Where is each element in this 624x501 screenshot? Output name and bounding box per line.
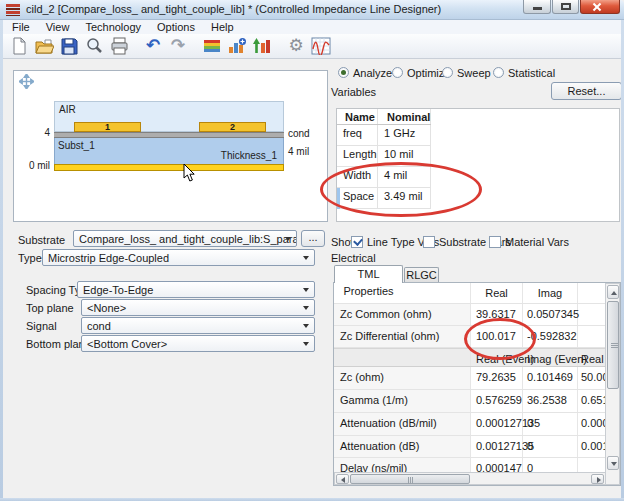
- new-document-icon[interactable]: [8, 36, 30, 56]
- scroll-left-button[interactable]: [336, 474, 349, 484]
- column-header-real-even[interactable]: Real (Even): [471, 349, 523, 366]
- thumb-grip: [408, 477, 413, 484]
- table-row-attenuation-db[interactable]: Attenuation (dB) 0.00127135 0 0.001: [334, 436, 607, 458]
- close-button[interactable]: [580, 0, 620, 14]
- var-nominal[interactable]: 3.49 mil: [378, 188, 431, 208]
- minimize-icon: [533, 7, 542, 10]
- menu-help[interactable]: Help: [204, 20, 241, 34]
- substrate-layer[interactable]: Subst_1 Thickness_1: [54, 138, 284, 164]
- scroll-right-button[interactable]: [591, 474, 604, 484]
- substrate-browse-button[interactable]: ...: [301, 230, 325, 247]
- radio-optimize[interactable]: [392, 67, 403, 78]
- thumb-grip: [611, 343, 618, 348]
- var-name: Width: [337, 167, 378, 187]
- zoom-icon[interactable]: [83, 36, 105, 56]
- simulation-gears-icon[interactable]: ⚙: [285, 36, 307, 56]
- cell-value: 0: [523, 436, 578, 457]
- column-header-imag[interactable]: Imag: [523, 283, 578, 303]
- cell-value: 0.101469: [523, 367, 578, 389]
- radio-analyze[interactable]: [338, 67, 349, 78]
- top-plane-select[interactable]: <None>: [81, 299, 315, 316]
- table-row-width[interactable]: Width 4 mil: [337, 167, 431, 188]
- undo-icon[interactable]: ↶: [142, 36, 164, 56]
- radio-sweep[interactable]: [442, 67, 453, 78]
- signal-select[interactable]: cond: [81, 317, 315, 334]
- save-icon[interactable]: [58, 36, 80, 56]
- cell-value: 36.2538: [523, 390, 578, 412]
- bottom-plane-select[interactable]: <Bottom Cover>: [81, 335, 315, 352]
- cross-section-canvas[interactable]: AIR 1 2 Subst_1 Thickness_1 4 0 mil cond…: [13, 70, 328, 222]
- scroll-down-button[interactable]: [607, 456, 619, 470]
- table-row-length[interactable]: Length 10 mil: [337, 146, 431, 167]
- layer-stack-icon[interactable]: [201, 36, 223, 56]
- cell-value: 0.000127135: [471, 413, 523, 435]
- menu-options[interactable]: Options: [150, 20, 202, 34]
- toolbar-separator: [133, 36, 142, 56]
- tab-tml-properties[interactable]: TML Properties: [334, 265, 403, 283]
- type-select[interactable]: Microstrip Edge-Coupled: [42, 249, 315, 266]
- redo-icon[interactable]: ↷: [167, 36, 189, 56]
- ground-layer[interactable]: [54, 164, 284, 171]
- cell-value: 0.000: [578, 413, 607, 435]
- maximize-button[interactable]: [552, 0, 579, 14]
- substrate-select[interactable]: Compare_loss_ and_tight_couple_lib:S_par…: [73, 230, 297, 247]
- horizontal-scrollbar[interactable]: [334, 472, 606, 485]
- open-folder-icon[interactable]: [33, 36, 55, 56]
- column-header-name[interactable]: Name: [337, 109, 378, 124]
- substrate-value: Compare_loss_ and_tight_couple_lib:S_par…: [79, 233, 297, 245]
- thickness-value-label: 4 mil: [288, 146, 309, 157]
- table-row-attenuation-mil[interactable]: Attenuation (dB/mil) 0.000127135 0 0.000: [334, 413, 607, 436]
- column-header-real-odd[interactable]: Real (: [578, 349, 607, 366]
- checkbox-line-type-vars[interactable]: [351, 236, 363, 248]
- vertical-scrollbar[interactable]: [605, 283, 620, 485]
- var-name: Space: [337, 188, 378, 208]
- table-row-zc[interactable]: Zc (ohm) 79.2635 0.101469 50.00: [334, 367, 607, 390]
- radio-statistical[interactable]: [493, 67, 504, 78]
- row-selection-strip: [337, 188, 340, 209]
- checkbox-material-vars-label[interactable]: Material Vars: [505, 236, 569, 248]
- bar-chart-icon[interactable]: [226, 36, 248, 56]
- scroll-left-icon: [341, 477, 345, 483]
- menu-file[interactable]: File: [5, 20, 37, 34]
- table-row-freq[interactable]: freq 1 GHz: [337, 125, 431, 146]
- table-row-space[interactable]: Space 3.49 mil: [337, 188, 431, 209]
- row-label: Zc Differential (ohm): [334, 326, 471, 347]
- var-nominal[interactable]: 4 mil: [378, 167, 431, 187]
- var-nominal[interactable]: 10 mil: [378, 146, 431, 166]
- vertical-scroll-thumb[interactable]: [607, 301, 619, 389]
- checkbox-substrate-vars[interactable]: [423, 236, 435, 248]
- trace2-label: 2: [230, 122, 235, 132]
- table-row-zc-common[interactable]: Zc Common (ohm) 39.6317 0.0507345: [334, 304, 607, 326]
- horizontal-scroll-thumb[interactable]: [350, 474, 470, 484]
- trace-2[interactable]: 2: [199, 122, 266, 132]
- spacing-type-select[interactable]: Edge-To-Edge: [77, 281, 315, 298]
- column-header-imag-even[interactable]: Imag (Even): [523, 349, 578, 366]
- var-nominal[interactable]: 1 GHz: [378, 125, 431, 145]
- chevron-down-icon: [285, 237, 291, 241]
- column-header-nominal[interactable]: Nominal: [378, 109, 431, 124]
- trace-1[interactable]: 1: [74, 122, 141, 132]
- checkbox-material-vars[interactable]: [489, 236, 501, 248]
- titlebar[interactable]: cild_2 [Compare_loss_ and_tight_couple_l…: [0, 0, 624, 20]
- reset-button[interactable]: Reset...: [551, 82, 622, 100]
- substrate-label: Substrate: [18, 234, 65, 246]
- scroll-up-button[interactable]: [607, 285, 619, 299]
- toolbar-separator: [276, 36, 285, 56]
- signal-value: cond: [87, 320, 111, 332]
- print-icon[interactable]: [108, 36, 130, 56]
- waveform-plot-icon[interactable]: [310, 36, 332, 56]
- menu-technology[interactable]: Technology: [78, 20, 148, 34]
- app-window: cild_2 [Compare_loss_ and_tight_couple_l…: [0, 0, 624, 501]
- cell-value: 0.001: [578, 436, 607, 457]
- menubar: File View Technology Options Help: [3, 20, 621, 34]
- table-row-gamma[interactable]: Gamma (1/m) 0.576259 36.2538 0.651: [334, 390, 607, 413]
- column-header-real[interactable]: Real: [471, 283, 523, 303]
- menu-view[interactable]: View: [39, 20, 77, 34]
- row-label: Attenuation (dB): [334, 436, 471, 457]
- minimize-button[interactable]: [523, 0, 551, 14]
- window-border-left: [0, 20, 3, 501]
- export-chart-icon[interactable]: [251, 36, 273, 56]
- tab-rlgc[interactable]: RLGC: [404, 267, 439, 283]
- table-row-zc-differential[interactable]: Zc Differential (ohm) 100.017 -0.592832: [334, 326, 607, 348]
- cell-value: 39.6317: [471, 304, 523, 325]
